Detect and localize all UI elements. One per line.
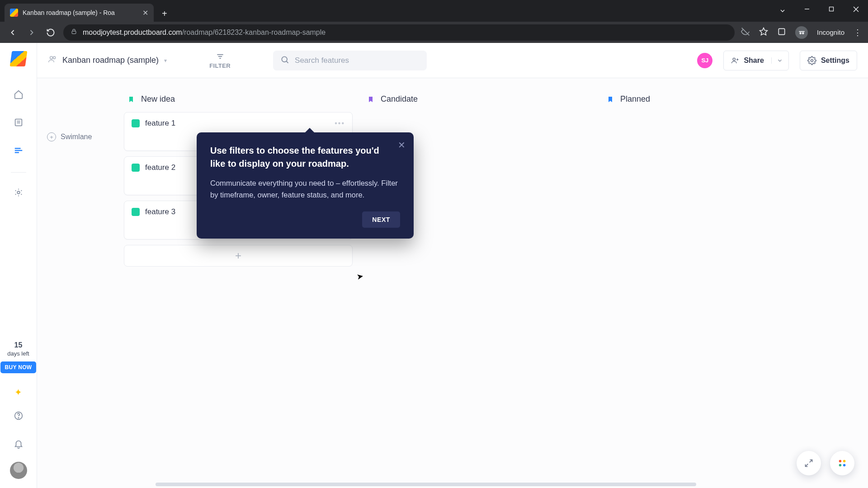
window-minimize-icon[interactable]: [795, 0, 819, 18]
board-title: Kanban roadmap (sample): [62, 56, 159, 65]
svg-line-26: [286, 61, 288, 63]
buy-now-button[interactable]: BUY NOW: [0, 361, 37, 373]
eye-off-icon[interactable]: [741, 27, 750, 38]
rail-divider: [11, 172, 26, 173]
svg-point-17: [17, 191, 20, 194]
search-field[interactable]: [273, 51, 427, 70]
tooltip-heading: Use filters to choose the features you'd…: [210, 144, 400, 170]
svg-rect-10: [799, 31, 805, 32]
bookmark-icon: [127, 95, 135, 104]
incognito-icon[interactable]: [795, 26, 808, 39]
topbar: Kanban roadmap (sample) ▾ FILTER SJ Shar…: [37, 43, 868, 78]
card-title: feature 1: [145, 119, 175, 128]
board: + Swimlane New idea feature 1 •••: [37, 78, 868, 488]
nav-ai-icon[interactable]: [9, 183, 28, 202]
svg-point-38: [839, 464, 842, 467]
brand-logo[interactable]: [9, 51, 27, 66]
chrome-menu-icon[interactable]: ⋮: [854, 28, 862, 38]
svg-rect-4: [72, 31, 76, 34]
trial-days: 15: [7, 340, 29, 350]
settings-label: Settings: [821, 56, 849, 65]
nav-roadmap-icon[interactable]: [9, 141, 28, 160]
url-path: /roadmap/6218232-kanban-roadmap-sample: [182, 28, 326, 36]
sparkle-icon[interactable]: ✦: [14, 387, 22, 398]
tab-title: Kanban roadmap (sample) - Roa: [23, 9, 138, 16]
column-label: Candidate: [381, 94, 418, 104]
search-icon: [280, 55, 289, 66]
apps-fab[interactable]: [830, 451, 854, 475]
svg-marker-6: [760, 28, 768, 35]
tooltip-body: Communicate everything you need to – eff…: [210, 178, 400, 201]
bookmark-icon: [367, 95, 374, 104]
nav-forward-button[interactable]: [25, 26, 38, 39]
incognito-label: Incognito: [817, 28, 844, 36]
tab-bar: Kanban roadmap (sample) - Roa ✕ +: [0, 0, 868, 22]
tab-search-icon[interactable]: [770, 2, 795, 20]
svg-rect-7: [778, 28, 784, 34]
swimlane-label: Swimlane: [61, 133, 92, 141]
people-icon: [48, 55, 57, 66]
trial-days-label: days left: [7, 350, 29, 358]
new-tab-button[interactable]: +: [154, 5, 175, 22]
svg-point-8: [799, 32, 802, 34]
column-label: New idea: [141, 94, 175, 104]
svg-rect-1: [830, 7, 834, 11]
svg-line-35: [806, 464, 808, 467]
share-label: Share: [744, 56, 764, 65]
trial-status: 15 days left: [7, 340, 29, 358]
search-input[interactable]: [295, 56, 420, 65]
browser-tab[interactable]: Kanban roadmap (sample) - Roa ✕: [5, 4, 154, 22]
add-swimlane-button[interactable]: + Swimlane: [47, 132, 118, 141]
nav-reload-button[interactable]: [44, 26, 57, 39]
swimlane-column: + Swimlane: [37, 78, 118, 488]
browser-chrome: Kanban roadmap (sample) - Roa ✕ +: [0, 0, 868, 43]
help-icon[interactable]: [9, 406, 28, 426]
nav-back-button[interactable]: [6, 26, 19, 39]
card-title: feature 3: [145, 207, 175, 216]
share-button[interactable]: Share: [724, 56, 771, 65]
onboarding-tooltip: ✕ Use filters to choose the features you…: [197, 132, 414, 239]
tooltip-close-button[interactable]: ✕: [398, 140, 406, 150]
share-button-group: Share: [723, 51, 788, 70]
extensions-icon[interactable]: [777, 27, 786, 38]
svg-line-34: [810, 460, 812, 463]
expand-fab[interactable]: [797, 451, 821, 475]
svg-point-20: [50, 56, 53, 59]
add-card-button[interactable]: +: [124, 245, 353, 267]
svg-point-19: [18, 418, 19, 418]
svg-point-27: [733, 58, 736, 60]
card-menu-icon[interactable]: •••: [335, 119, 345, 127]
svg-point-30: [811, 59, 813, 61]
title-caret-icon: ▾: [164, 57, 167, 64]
plus-circle-icon: +: [47, 132, 56, 141]
bookmark-star-icon[interactable]: [759, 27, 768, 38]
settings-button[interactable]: Settings: [800, 51, 857, 70]
column-header[interactable]: Candidate: [363, 91, 592, 112]
nav-home-icon[interactable]: [9, 84, 28, 104]
svg-point-21: [53, 56, 56, 59]
window-close-icon[interactable]: [844, 0, 868, 18]
svg-point-9: [802, 32, 804, 34]
filter-button[interactable]: FILTER: [205, 49, 235, 72]
nav-insights-icon[interactable]: [9, 113, 28, 132]
address-bar: moodjoytest.productboard.com/roadmap/621…: [0, 22, 868, 43]
board-title-wrap[interactable]: Kanban roadmap (sample) ▾: [48, 55, 167, 66]
column-label: Planned: [620, 94, 650, 104]
column-header[interactable]: Planned: [603, 91, 832, 112]
url-domain: moodjoytest.productboard.com: [83, 28, 182, 36]
member-avatar[interactable]: SJ: [697, 53, 712, 68]
share-dropdown-button[interactable]: [771, 57, 788, 64]
user-avatar[interactable]: [10, 462, 27, 479]
floating-buttons: [797, 451, 854, 475]
svg-point-37: [843, 460, 846, 463]
column-header[interactable]: New idea: [124, 91, 353, 112]
app-shell: 15 days left BUY NOW ✦ Kanban roadmap (s…: [0, 43, 868, 488]
url-field[interactable]: moodjoytest.productboard.com/roadmap/621…: [63, 24, 735, 41]
column-planned: Planned: [598, 91, 837, 488]
tab-close-icon[interactable]: ✕: [142, 9, 148, 17]
tooltip-next-button[interactable]: NEXT: [362, 211, 400, 228]
window-controls: [770, 0, 868, 18]
window-maximize-icon[interactable]: [819, 0, 844, 18]
horizontal-scrollbar[interactable]: [156, 483, 696, 486]
notifications-icon[interactable]: [9, 434, 28, 454]
